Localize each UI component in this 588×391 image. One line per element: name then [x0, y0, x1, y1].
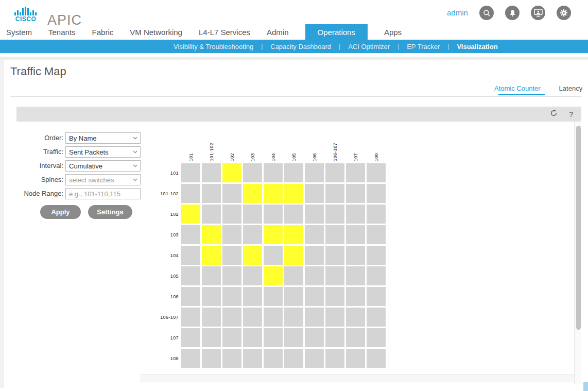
heatmap-cell-105-102[interactable] [222, 266, 241, 285]
heatmap-cell-103-107[interactable] [346, 225, 365, 244]
heatmap-cell-101-102-101-102[interactable] [202, 184, 221, 203]
help-button[interactable]: ? [569, 110, 573, 118]
heatmap-cell-104-108[interactable] [367, 246, 386, 265]
nav-item-admin[interactable]: Admin [267, 24, 289, 40]
heatmap-cell-106-107-101-102[interactable] [202, 308, 221, 327]
heatmap-cell-106-107[interactable] [346, 287, 365, 306]
heatmap-cell-101-102-105[interactable] [284, 184, 303, 203]
heatmap-cell-101-102-104[interactable] [264, 184, 283, 203]
heatmap-cell-103-103[interactable] [243, 225, 262, 244]
heatmap-cell-108-106[interactable] [305, 349, 324, 368]
heatmap-cell-106-103[interactable] [243, 287, 262, 306]
heatmap-cell-103-102[interactable] [222, 225, 241, 244]
heatmap-cell-107-106[interactable] [305, 328, 324, 347]
heatmap-cell-101-101-102[interactable] [202, 163, 221, 182]
heatmap-cell-107-108[interactable] [367, 328, 386, 347]
nav-item-system[interactable]: System [6, 24, 32, 40]
heatmap-cell-102-104[interactable] [264, 205, 283, 224]
subnav-item-ep-tracker[interactable]: EP Tracker [407, 43, 440, 50]
heatmap-cell-107-106-107[interactable] [325, 328, 344, 347]
heatmap-cell-108-106-107[interactable] [325, 349, 344, 368]
heatmap-cell-105-105[interactable] [284, 266, 303, 285]
heatmap-cell-102-106[interactable] [305, 205, 324, 224]
bell-button[interactable] [505, 6, 520, 20]
heatmap-cell-108-101[interactable] [181, 349, 200, 368]
heatmap-cell-107-103[interactable] [243, 328, 262, 347]
order-select[interactable]: By Name [65, 132, 141, 144]
nav-item-l4-l7-services[interactable]: L4-L7 Services [199, 24, 250, 40]
heatmap-cell-102-108[interactable] [367, 205, 386, 224]
screen-share-button[interactable] [531, 6, 545, 20]
heatmap-cell-103-105[interactable] [284, 225, 303, 244]
settings-button[interactable]: Settings [88, 205, 132, 219]
heatmap-cell-104-107[interactable] [346, 246, 365, 265]
nav-item-tenants[interactable]: Tenants [48, 24, 76, 40]
nav-item-vm-networking[interactable]: VM Networking [130, 24, 182, 40]
heatmap-cell-108-102[interactable] [222, 349, 241, 368]
heatmap-cell-102-101[interactable] [181, 205, 200, 224]
heatmap-cell-103-108[interactable] [367, 225, 386, 244]
heatmap-cell-101-102[interactable] [222, 163, 241, 182]
heatmap-cell-105-104[interactable] [264, 266, 283, 285]
heatmap-cell-101-105[interactable] [284, 163, 303, 182]
heatmap-cell-102-102[interactable] [222, 205, 241, 224]
heatmap-cell-102-105[interactable] [284, 205, 303, 224]
heatmap-cell-105-106[interactable] [305, 266, 324, 285]
heatmap-cell-101-102-102[interactable] [222, 184, 241, 203]
heatmap-cell-101-106[interactable] [305, 163, 324, 182]
heatmap-cell-101-103[interactable] [243, 163, 262, 182]
heatmap-cell-108-101-102[interactable] [202, 349, 221, 368]
heatmap-cell-105-103[interactable] [243, 266, 262, 285]
heatmap-cell-106-101-102[interactable] [202, 287, 221, 306]
heatmap-cell-103-106[interactable] [305, 225, 324, 244]
tab-latency[interactable]: Latency [559, 84, 583, 92]
vertical-scrollbar-thumb[interactable] [576, 126, 581, 330]
heatmap-cell-101-107[interactable] [346, 163, 365, 182]
heatmap-cell-106-107-108[interactable] [367, 308, 386, 327]
refresh-button[interactable] [550, 109, 558, 119]
heatmap-cell-107-107[interactable] [346, 328, 365, 347]
subnav-item-capacity-dashboard[interactable]: Capacity Dashboard [270, 43, 331, 50]
heatmap-cell-101-104[interactable] [264, 163, 283, 182]
heatmap-cell-106-107-105[interactable] [284, 308, 303, 327]
node-range-input[interactable] [65, 188, 141, 199]
heatmap-cell-105-101[interactable] [181, 266, 200, 285]
heatmap-cell-106-107-106[interactable] [305, 308, 324, 327]
heatmap-cell-105-108[interactable] [367, 266, 386, 285]
heatmap-cell-101-108[interactable] [367, 163, 386, 182]
heatmap-cell-101-102-108[interactable] [367, 184, 386, 203]
heatmap-cell-104-101[interactable] [181, 246, 200, 265]
heatmap-cell-108-105[interactable] [284, 349, 303, 368]
heatmap-cell-104-103[interactable] [243, 246, 262, 265]
heatmap-cell-106-107-102[interactable] [222, 308, 241, 327]
heatmap-cell-102-103[interactable] [243, 205, 262, 224]
heatmap-cell-104-106[interactable] [305, 246, 324, 265]
heatmap-cell-106-101[interactable] [181, 287, 200, 306]
nav-item-fabric[interactable]: Fabric [92, 24, 114, 40]
subnav-item-visibility-troubleshooting[interactable]: Visibility & Troubleshooting [174, 43, 253, 50]
heatmap-cell-103-104[interactable] [264, 225, 283, 244]
heatmap-cell-101-102-107[interactable] [346, 184, 365, 203]
heatmap-cell-106-104[interactable] [264, 287, 283, 306]
heatmap-cell-106-105[interactable] [284, 287, 303, 306]
nav-item-apps[interactable]: Apps [384, 24, 402, 40]
traffic-select[interactable]: Sent Packets [65, 146, 141, 158]
search-button[interactable] [479, 6, 494, 20]
nav-item-operations[interactable]: Operations [305, 24, 368, 40]
heatmap-cell-105-106-107[interactable] [325, 266, 344, 285]
heatmap-cell-104-106-107[interactable] [325, 246, 344, 265]
heatmap-cell-106-107-106-107[interactable] [325, 308, 344, 327]
heatmap-cell-102-106-107[interactable] [325, 205, 344, 224]
heatmap-cell-108-108[interactable] [367, 349, 386, 368]
apply-button[interactable]: Apply [40, 205, 81, 219]
heatmap-cell-103-106-107[interactable] [325, 225, 344, 244]
heatmap-cell-106-106-107[interactable] [325, 287, 344, 306]
heatmap-cell-106-107-107[interactable] [346, 308, 365, 327]
heatmap-cell-106-108[interactable] [367, 287, 386, 306]
heatmap-cell-106-107-103[interactable] [243, 308, 262, 327]
subnav-item-visualization[interactable]: Visualization [457, 43, 497, 50]
heatmap-cell-103-101-102[interactable] [202, 225, 221, 244]
heatmap-cell-101-102-103[interactable] [243, 184, 262, 203]
heatmap-cell-108-103[interactable] [243, 349, 262, 368]
user-menu[interactable]: admin [447, 8, 468, 17]
